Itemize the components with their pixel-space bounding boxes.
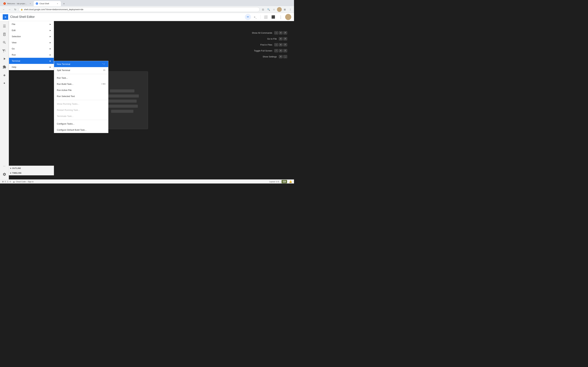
menu-item-edit[interactable]: Edit ▶ [9, 27, 54, 33]
key-comma: , [283, 55, 287, 58]
file-chevron: ▶ [50, 23, 51, 25]
key-f: F [283, 43, 287, 46]
cloudshell-favicon: ● [36, 2, 38, 5]
cloud-shell-tab-label: Cloud Shell [39, 2, 49, 5]
app-content: » Cloud Shell Editor ✏ >_ ⬜ ⬛ ⋮ ☰ [0, 13, 294, 184]
cloud-shell-tab[interactable]: ● Cloud Shell × [34, 1, 61, 6]
warning-icon: ⚠ [7, 180, 9, 183]
timeline-chevron: ▶ [10, 172, 12, 174]
new-tab-button[interactable]: + [61, 1, 66, 6]
status-bar: ⊗ 0 ⚠ 0 ☁ Cloud Code – Sign in Layout: U… [0, 179, 294, 184]
menu-item-view[interactable]: View ▶ [9, 39, 54, 46]
user-avatar[interactable] [285, 14, 291, 20]
sidebar-item-more[interactable]: ⋯ [1, 162, 8, 170]
welcome-favicon: ● [3, 2, 6, 5]
cloud-code-label: Cloud Code – Sign in [16, 181, 34, 183]
sidebar-item-settings[interactable] [1, 171, 8, 178]
menu-item-selection[interactable]: Selection ▶ [9, 33, 54, 39]
back-button[interactable]: ← [1, 7, 6, 12]
app-logo: » [3, 14, 8, 20]
reload-button[interactable]: ↻ [13, 7, 18, 12]
sidebar-item-source-control[interactable] [1, 47, 8, 54]
layout-button[interactable]: ⬛ [270, 14, 276, 20]
forward-button[interactable]: → [7, 7, 12, 12]
app-header: » Cloud Shell Editor ✏ >_ ⬜ ⬛ ⋮ [0, 13, 294, 21]
status-errors[interactable]: ⊗ 0 ⚠ 0 [2, 180, 11, 183]
keyboard-icon: ⌨ [282, 180, 287, 183]
error-count: 0 [5, 181, 6, 183]
menu-item-file[interactable]: File ▶ [9, 21, 54, 27]
main-area: ☰ ◈ ✦ ⋯ [0, 21, 294, 179]
shortcut-show-all-commands: Show All Commands ⇧ ⌘ P [229, 31, 287, 34]
profile-button[interactable] [277, 7, 282, 12]
show-all-commands-keys: ⇧ ⌘ P [274, 31, 287, 34]
address-bar[interactable]: 🔒 shell.cloud.google.com/?show=ide&envir… [19, 7, 260, 12]
shortcut-go-to-file: Go to File ⌘ P [229, 37, 287, 41]
timeline-label: TIMELINE [12, 172, 22, 174]
show-settings-keys: ⌘ , [279, 55, 287, 58]
edit-mode-button[interactable]: ✏ [245, 14, 251, 20]
key-p: P [283, 31, 287, 34]
terminal-mode-button[interactable]: >_ [252, 14, 259, 20]
extensions-button[interactable]: ⊞ [282, 7, 287, 12]
submenu-divider-1 [54, 74, 108, 74]
browser-toolbar: ← → ↻ 🔒 shell.cloud.google.com/?show=ide… [0, 6, 294, 13]
key-p2: P [283, 37, 287, 41]
notification-icon[interactable]: 🔔 [289, 180, 292, 183]
menu-item-go[interactable]: Go ▶ [9, 46, 54, 52]
view-chevron: ▶ [50, 42, 51, 43]
bookmark-button[interactable]: ☆ [272, 7, 276, 12]
key-shift2: ⇧ [274, 43, 278, 46]
submenu-run-selected-text[interactable]: Run Selected Text [54, 93, 108, 99]
submenu-run-build-task[interactable]: Run Build Task... ⇧⌘B [54, 81, 108, 87]
outline-label: OUTLINE [12, 167, 21, 169]
cast-button[interactable]: ⊡ [261, 7, 265, 12]
layout-label: Layout: U.S. [269, 181, 279, 183]
menu-item-terminal[interactable]: Terminal ▶ [9, 58, 54, 64]
go-chevron: ▶ [50, 48, 51, 50]
submenu-terminate-task: Terminate Task... [54, 113, 108, 119]
sidebar-item-extensions[interactable] [1, 63, 8, 71]
cloud-code-status[interactable]: ☁ Cloud Code – Sign in [13, 180, 34, 183]
submenu-run-task[interactable]: Run Task... [54, 75, 108, 81]
run-chevron: ▶ [50, 54, 51, 56]
status-right: Layout: U.S. ⌨ 🔔 [269, 180, 292, 183]
outline-section: ▶ OUTLINE ▶ TIMELINE [9, 166, 54, 175]
zoom-button[interactable]: 🔍 [266, 7, 271, 12]
key-cmd5: ⌘ [279, 55, 283, 58]
more-options-button[interactable]: ⋮ [278, 14, 284, 20]
submenu-new-terminal[interactable]: New Terminal ⌃⇧` [54, 61, 108, 67]
key-cmd4: ⌘ [279, 49, 283, 52]
logo-symbol: » [5, 15, 6, 19]
find-in-files-keys: ⇧ ⌘ F [274, 43, 287, 46]
sidebar-item-gemini[interactable]: ✦ [1, 80, 8, 87]
submenu-configure-tasks[interactable]: Configure Tasks... [54, 121, 108, 127]
sidebar-item-cloud-code[interactable]: ◈ [1, 71, 8, 79]
key-ctrl: ⌃ [274, 49, 278, 52]
cloud-shell-tab-close[interactable]: × [56, 2, 59, 5]
menu-item-help[interactable]: Help ▶ [9, 64, 54, 70]
sidebar-item-search[interactable] [1, 39, 8, 46]
outline-header[interactable]: ▶ OUTLINE [9, 166, 54, 171]
help-chevron: ▶ [50, 66, 51, 68]
welcome-tab-close[interactable]: × [29, 2, 32, 5]
submenu-split-terminal[interactable]: Split Terminal ⌘\ [54, 67, 108, 73]
menu-item-run[interactable]: Run ▶ [9, 52, 54, 58]
terminal-chevron: ▶ [50, 60, 51, 62]
shortcuts-panel: Show All Commands ⇧ ⌘ P Go to File ⌘ P [223, 21, 294, 179]
sidebar-item-run-debug[interactable] [1, 55, 8, 63]
submenu-restart-running-task: Restart Running Task... [54, 107, 108, 113]
toggle-full-screen-keys: ⌃ ⌘ F [274, 49, 287, 52]
chrome-menu-button[interactable]: ⋮ [288, 7, 293, 12]
browser-frame: ● Welcome – lab-project-id-e... × ● Clou… [0, 0, 294, 184]
shortcut-find-in-files: Find in Files ⇧ ⌘ F [229, 43, 287, 46]
sidebar-item-explorer[interactable] [1, 31, 8, 38]
welcome-tab[interactable]: ● Welcome – lab-project-id-e... × [1, 1, 34, 6]
address-text: shell.cloud.google.com/?show=ide&environ… [24, 8, 83, 11]
sidebar-item-menu[interactable]: ☰ [1, 22, 8, 30]
timeline-header[interactable]: ▶ TIMELINE [9, 171, 54, 175]
submenu-run-active-file[interactable]: Run Active File [54, 87, 108, 93]
key-shift: ⇧ [274, 31, 278, 34]
submenu-configure-default-build[interactable]: Configure Default Build Task... [54, 127, 108, 133]
preview-button[interactable]: ⬜ [263, 14, 269, 20]
